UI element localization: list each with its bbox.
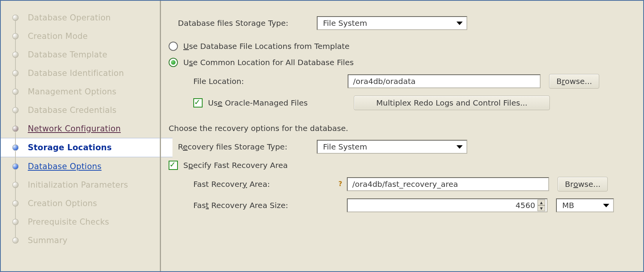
spinner-buttons[interactable]: ▲ ▼ [538,200,545,211]
fra-input[interactable]: /ora4db/fast_recovery_area [347,177,549,191]
step-management-options[interactable]: Management Options [1,82,161,101]
step-dot-icon [12,70,19,76]
multiplex-button[interactable]: Multiplex Redo Logs and Control Files... [354,96,550,110]
dropdown-arrow-icon [456,145,463,149]
step-database-credentials[interactable]: Database Credentials [1,101,161,119]
fra-checkbox[interactable] [169,161,178,170]
step-label: Database Operation [28,13,111,22]
step-creation-options[interactable]: Creation Options [1,194,161,213]
recovery-storage-type-label: Recovery files Storage Type: [178,142,317,151]
step-label: Database Credentials [28,106,117,115]
fra-value: /ora4db/fast_recovery_area [352,180,458,189]
omf-label: Use Oracle-Managed Files [208,98,354,107]
step-network-configuration[interactable]: Network Configuration [1,119,161,138]
db-storage-type-dropdown[interactable]: File System [317,16,467,30]
step-label: Initialization Parameters [28,180,128,190]
step-dot-icon [12,107,19,113]
step-dot-icon [12,200,19,207]
step-dot-icon [12,126,19,132]
step-dot-icon [12,89,19,95]
step-storage-locations[interactable]: Storage Locations [1,138,172,157]
file-location-value: /ora4db/oradata [353,77,416,86]
radio-common-label: Use Common Location for All Database Fil… [183,58,354,67]
step-dot-icon [12,182,19,188]
step-label: Management Options [28,87,117,96]
step-label: Creation Options [28,199,97,208]
step-database-template[interactable]: Database Template [1,45,161,64]
fra-size-spinner[interactable]: 4560 ▲ ▼ [347,198,548,212]
radio-template-label: Use Database File Locations from Templat… [183,42,350,51]
fra-browse-button[interactable]: Browse... [558,177,608,191]
file-location-input[interactable]: /ora4db/oradata [348,74,541,88]
step-database-operation[interactable]: Database Operation [1,8,161,27]
radio-icon [169,58,178,67]
step-dot-icon [12,144,19,151]
radio-icon [169,42,178,51]
step-dot-icon [12,15,19,21]
multiplex-button-label: Multiplex Redo Logs and Control Files... [376,98,527,107]
fra-checkbox-row[interactable]: Specify Fast Recovery Area [169,161,632,170]
step-label: Prerequisite Checks [28,217,109,227]
dropdown-arrow-icon [456,22,463,25]
spinner-up-icon[interactable]: ▲ [538,200,545,205]
file-location-label: File Location: [193,77,348,86]
wizard-step-list: Database Operation Creation Mode Databas… [1,8,161,250]
spinner-down-icon[interactable]: ▼ [538,205,545,211]
wizard-window: Database Operation Creation Mode Databas… [0,0,644,272]
step-label: Database Template [28,50,107,59]
step-dot-icon [12,219,19,225]
db-storage-type-value: File System [323,18,367,28]
step-creation-mode[interactable]: Creation Mode [1,27,161,45]
db-storage-type-label: Database files Storage Type: [178,18,317,28]
radio-use-template-locations[interactable]: Use Database File Locations from Templat… [169,42,632,51]
fra-size-unit-value: MB [562,201,574,210]
radio-common-location[interactable]: Use Common Location for All Database Fil… [169,58,632,67]
wizard-step-sidebar: Database Operation Creation Mode Databas… [1,1,161,271]
fra-size-label: Fast Recovery Area Size: [193,201,347,210]
fra-label: Fast Recovery Area: [193,180,336,189]
file-location-browse-button[interactable]: Browse... [549,74,599,89]
fra-size-value: 4560 [352,201,538,210]
step-label: Storage Locations [28,143,112,152]
step-dot-icon [12,52,19,58]
step-label: Creation Mode [28,32,88,41]
step-dot-icon [12,237,19,243]
fra-size-unit-dropdown[interactable]: MB [556,198,614,212]
step-label: Network Configuration [28,124,121,133]
omf-checkbox[interactable] [193,98,203,107]
step-prerequisite-checks[interactable]: Prerequisite Checks [1,213,161,231]
fra-checkbox-label: Specify Fast Recovery Area [183,161,288,170]
step-dot-icon [12,33,19,39]
step-database-options[interactable]: Database Options [1,157,161,176]
step-database-identification[interactable]: Database Identification [1,64,161,82]
recovery-prompt: Choose the recovery options for the data… [169,124,348,133]
storage-locations-panel: Database files Storage Type: File System… [161,1,643,271]
hint-icon[interactable] [336,180,345,188]
step-dot-icon [12,163,19,170]
recovery-storage-type-value: File System [323,142,367,151]
recovery-storage-type-dropdown[interactable]: File System [317,140,467,154]
step-label: Summary [28,236,68,245]
step-initialization-parameters[interactable]: Initialization Parameters [1,176,161,194]
dropdown-arrow-icon [603,204,609,207]
step-summary[interactable]: Summary [1,231,161,250]
step-label: Database Options [28,162,101,171]
step-label: Database Identification [28,69,124,78]
